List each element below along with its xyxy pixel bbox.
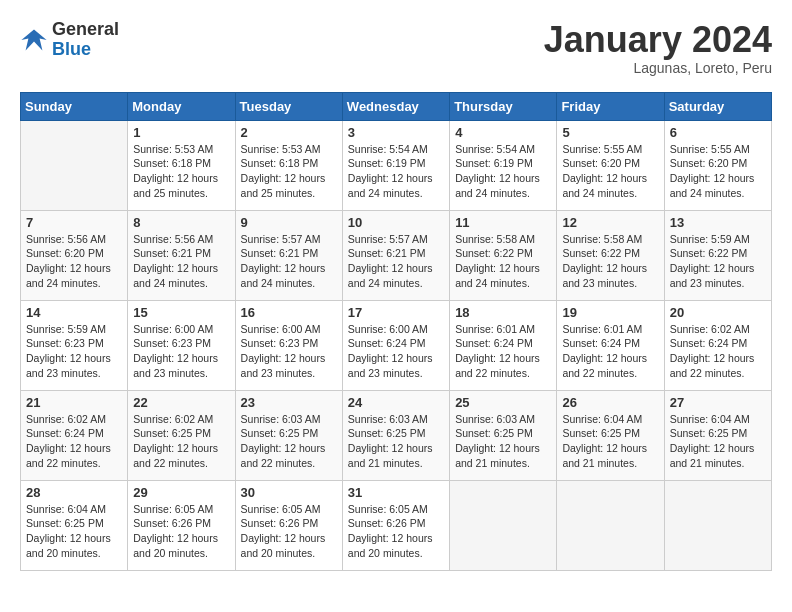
calendar-week-row: 1Sunrise: 5:53 AM Sunset: 6:18 PM Daylig… [21,120,772,210]
calendar-cell: 4Sunrise: 5:54 AM Sunset: 6:19 PM Daylig… [450,120,557,210]
day-info: Sunrise: 6:01 AM Sunset: 6:24 PM Dayligh… [455,322,551,381]
calendar-cell: 26Sunrise: 6:04 AM Sunset: 6:25 PM Dayli… [557,390,664,480]
day-number: 24 [348,395,444,410]
day-info: Sunrise: 5:59 AM Sunset: 6:22 PM Dayligh… [670,232,766,291]
day-info: Sunrise: 6:03 AM Sunset: 6:25 PM Dayligh… [455,412,551,471]
calendar-cell: 23Sunrise: 6:03 AM Sunset: 6:25 PM Dayli… [235,390,342,480]
day-number: 5 [562,125,658,140]
weekday-header-row: SundayMondayTuesdayWednesdayThursdayFrid… [21,92,772,120]
day-info: Sunrise: 6:04 AM Sunset: 6:25 PM Dayligh… [670,412,766,471]
calendar-cell: 25Sunrise: 6:03 AM Sunset: 6:25 PM Dayli… [450,390,557,480]
day-info: Sunrise: 6:00 AM Sunset: 6:23 PM Dayligh… [133,322,229,381]
calendar-week-row: 7Sunrise: 5:56 AM Sunset: 6:20 PM Daylig… [21,210,772,300]
day-info: Sunrise: 6:03 AM Sunset: 6:25 PM Dayligh… [241,412,337,471]
calendar-cell: 29Sunrise: 6:05 AM Sunset: 6:26 PM Dayli… [128,480,235,570]
day-info: Sunrise: 6:03 AM Sunset: 6:25 PM Dayligh… [348,412,444,471]
day-info: Sunrise: 5:53 AM Sunset: 6:18 PM Dayligh… [241,142,337,201]
calendar-subtitle: Lagunas, Loreto, Peru [544,60,772,76]
day-info: Sunrise: 6:02 AM Sunset: 6:24 PM Dayligh… [670,322,766,381]
day-number: 16 [241,305,337,320]
calendar-cell: 31Sunrise: 6:05 AM Sunset: 6:26 PM Dayli… [342,480,449,570]
calendar-body: 1Sunrise: 5:53 AM Sunset: 6:18 PM Daylig… [21,120,772,570]
day-info: Sunrise: 5:59 AM Sunset: 6:23 PM Dayligh… [26,322,122,381]
day-info: Sunrise: 5:56 AM Sunset: 6:21 PM Dayligh… [133,232,229,291]
calendar-cell: 22Sunrise: 6:02 AM Sunset: 6:25 PM Dayli… [128,390,235,480]
calendar-cell: 28Sunrise: 6:04 AM Sunset: 6:25 PM Dayli… [21,480,128,570]
calendar-cell: 21Sunrise: 6:02 AM Sunset: 6:24 PM Dayli… [21,390,128,480]
day-info: Sunrise: 5:57 AM Sunset: 6:21 PM Dayligh… [348,232,444,291]
day-info: Sunrise: 5:56 AM Sunset: 6:20 PM Dayligh… [26,232,122,291]
logo-text: General Blue [52,20,119,60]
day-number: 10 [348,215,444,230]
calendar-cell: 27Sunrise: 6:04 AM Sunset: 6:25 PM Dayli… [664,390,771,480]
svg-marker-0 [21,29,46,50]
logo-general: General [52,20,119,40]
calendar-cell: 1Sunrise: 5:53 AM Sunset: 6:18 PM Daylig… [128,120,235,210]
day-number: 31 [348,485,444,500]
day-info: Sunrise: 6:05 AM Sunset: 6:26 PM Dayligh… [241,502,337,561]
day-info: Sunrise: 6:05 AM Sunset: 6:26 PM Dayligh… [348,502,444,561]
calendar-cell: 11Sunrise: 5:58 AM Sunset: 6:22 PM Dayli… [450,210,557,300]
calendar-cell: 7Sunrise: 5:56 AM Sunset: 6:20 PM Daylig… [21,210,128,300]
day-info: Sunrise: 6:01 AM Sunset: 6:24 PM Dayligh… [562,322,658,381]
logo: General Blue [20,20,119,60]
day-number: 23 [241,395,337,410]
day-info: Sunrise: 5:57 AM Sunset: 6:21 PM Dayligh… [241,232,337,291]
calendar-week-row: 28Sunrise: 6:04 AM Sunset: 6:25 PM Dayli… [21,480,772,570]
day-number: 29 [133,485,229,500]
day-number: 18 [455,305,551,320]
day-info: Sunrise: 5:58 AM Sunset: 6:22 PM Dayligh… [455,232,551,291]
title-block: January 2024 Lagunas, Loreto, Peru [544,20,772,76]
calendar-cell: 14Sunrise: 5:59 AM Sunset: 6:23 PM Dayli… [21,300,128,390]
calendar-cell: 6Sunrise: 5:55 AM Sunset: 6:20 PM Daylig… [664,120,771,210]
calendar-table: SundayMondayTuesdayWednesdayThursdayFrid… [20,92,772,571]
day-info: Sunrise: 5:53 AM Sunset: 6:18 PM Dayligh… [133,142,229,201]
day-number: 19 [562,305,658,320]
weekday-header-friday: Friday [557,92,664,120]
day-info: Sunrise: 5:55 AM Sunset: 6:20 PM Dayligh… [562,142,658,201]
day-info: Sunrise: 6:00 AM Sunset: 6:23 PM Dayligh… [241,322,337,381]
calendar-cell [21,120,128,210]
day-number: 20 [670,305,766,320]
day-number: 21 [26,395,122,410]
day-number: 13 [670,215,766,230]
calendar-cell: 10Sunrise: 5:57 AM Sunset: 6:21 PM Dayli… [342,210,449,300]
calendar-cell: 8Sunrise: 5:56 AM Sunset: 6:21 PM Daylig… [128,210,235,300]
day-info: Sunrise: 5:54 AM Sunset: 6:19 PM Dayligh… [455,142,551,201]
day-number: 30 [241,485,337,500]
day-info: Sunrise: 5:54 AM Sunset: 6:19 PM Dayligh… [348,142,444,201]
day-number: 7 [26,215,122,230]
day-number: 4 [455,125,551,140]
weekday-header-tuesday: Tuesday [235,92,342,120]
day-info: Sunrise: 6:02 AM Sunset: 6:24 PM Dayligh… [26,412,122,471]
day-number: 26 [562,395,658,410]
calendar-week-row: 14Sunrise: 5:59 AM Sunset: 6:23 PM Dayli… [21,300,772,390]
calendar-cell: 12Sunrise: 5:58 AM Sunset: 6:22 PM Dayli… [557,210,664,300]
day-number: 28 [26,485,122,500]
day-number: 17 [348,305,444,320]
calendar-cell: 16Sunrise: 6:00 AM Sunset: 6:23 PM Dayli… [235,300,342,390]
calendar-cell: 17Sunrise: 6:00 AM Sunset: 6:24 PM Dayli… [342,300,449,390]
calendar-cell: 18Sunrise: 6:01 AM Sunset: 6:24 PM Dayli… [450,300,557,390]
weekday-header-thursday: Thursday [450,92,557,120]
day-info: Sunrise: 5:55 AM Sunset: 6:20 PM Dayligh… [670,142,766,201]
calendar-cell: 15Sunrise: 6:00 AM Sunset: 6:23 PM Dayli… [128,300,235,390]
logo-bird-icon [20,26,48,54]
calendar-cell: 19Sunrise: 6:01 AM Sunset: 6:24 PM Dayli… [557,300,664,390]
day-info: Sunrise: 6:04 AM Sunset: 6:25 PM Dayligh… [26,502,122,561]
day-number: 15 [133,305,229,320]
day-number: 3 [348,125,444,140]
day-number: 27 [670,395,766,410]
day-number: 1 [133,125,229,140]
day-info: Sunrise: 6:02 AM Sunset: 6:25 PM Dayligh… [133,412,229,471]
day-number: 11 [455,215,551,230]
day-info: Sunrise: 6:00 AM Sunset: 6:24 PM Dayligh… [348,322,444,381]
calendar-cell [450,480,557,570]
calendar-header: SundayMondayTuesdayWednesdayThursdayFrid… [21,92,772,120]
calendar-cell [557,480,664,570]
calendar-title: January 2024 [544,20,772,60]
day-number: 6 [670,125,766,140]
day-number: 9 [241,215,337,230]
day-info: Sunrise: 6:05 AM Sunset: 6:26 PM Dayligh… [133,502,229,561]
weekday-header-monday: Monday [128,92,235,120]
